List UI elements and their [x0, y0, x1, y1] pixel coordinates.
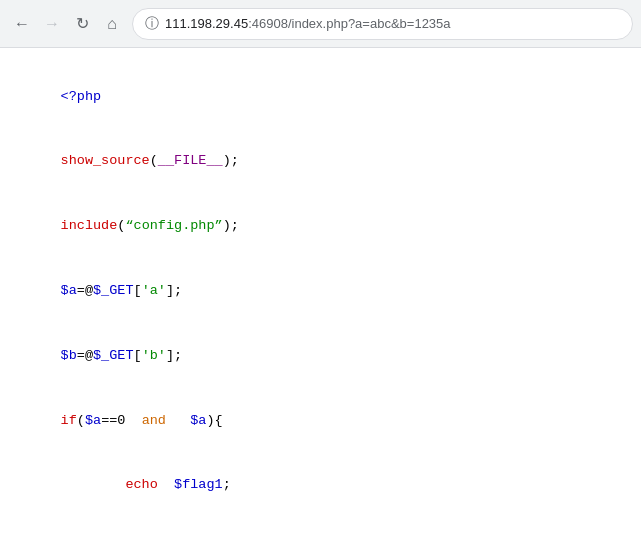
code-block: <?php show_source(__FILE__); include(“co… [12, 64, 629, 533]
code-line-2: show_source(__FILE__); [12, 129, 629, 194]
php-open-tag: <?php [61, 89, 102, 104]
var-a-2: $a [190, 413, 206, 428]
url-display: 111.198.29.45:46908/index.php?a=abc&b=12… [165, 16, 451, 31]
file-const: __FILE__ [158, 153, 223, 168]
and-keyword: and [142, 413, 166, 428]
info-icon: ⓘ [145, 15, 159, 33]
reload-button[interactable]: ↻ [68, 10, 96, 38]
include-keyword: include [61, 218, 118, 233]
var-a-cmp: $a [85, 413, 101, 428]
code-line-7: echo $flag1; [12, 453, 629, 518]
back-button[interactable]: ← [8, 10, 36, 38]
flag1-var: $flag1 [174, 477, 223, 492]
forward-button: → [38, 10, 66, 38]
get-superglobal-a: $_GET [93, 283, 134, 298]
url-path: :46908/index.php?a=abc&b=1235a [248, 16, 450, 31]
home-button[interactable]: ⌂ [98, 10, 126, 38]
nav-buttons: ← → ↻ ⌂ [8, 10, 126, 38]
var-b: $b [61, 348, 77, 363]
code-line-3: include(“config.php”); [12, 194, 629, 259]
get-superglobal-b: $_GET [93, 348, 134, 363]
echo-keyword-1: echo [125, 477, 157, 492]
config-string: “config.php” [125, 218, 222, 233]
key-b: 'b' [142, 348, 166, 363]
address-bar[interactable]: ⓘ 111.198.29.45:46908/index.php?a=abc&b=… [132, 8, 633, 40]
key-a: 'a' [142, 283, 166, 298]
code-line-1: <?php [12, 64, 629, 129]
code-line-8: } [12, 517, 629, 533]
code-line-4: $a=@$_GET['a']; [12, 258, 629, 323]
code-line-6: if($a==0 and $a){ [12, 388, 629, 453]
browser-chrome: ← → ↻ ⌂ ⓘ 111.198.29.45:46908/index.php?… [0, 0, 641, 48]
code-line-5: $b=@$_GET['b']; [12, 323, 629, 388]
if-keyword-1: if [61, 413, 77, 428]
url-host: 111.198.29.45 [165, 16, 248, 31]
show-source-fn: show_source [61, 153, 150, 168]
var-a: $a [61, 283, 77, 298]
page-content: <?php show_source(__FILE__); include(“co… [0, 48, 641, 533]
